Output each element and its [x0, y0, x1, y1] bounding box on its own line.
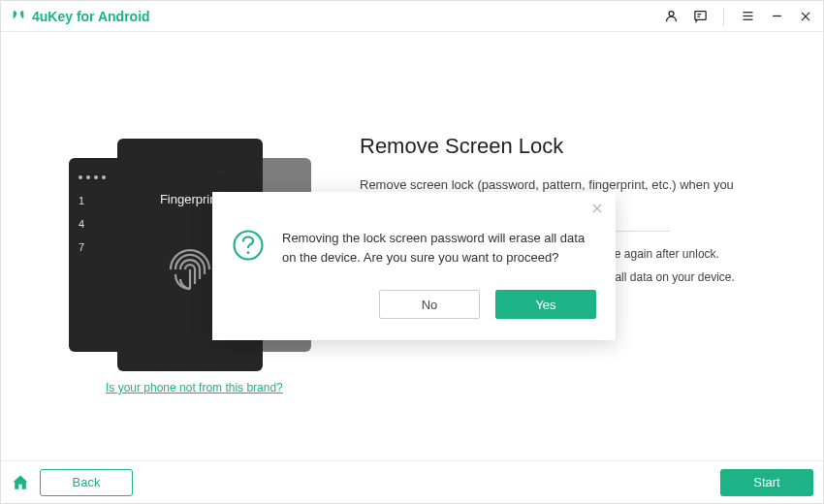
titlebar-right [663, 8, 813, 25]
pin-dots [79, 175, 117, 179]
footer-left: Back [11, 469, 133, 496]
dialog-close-icon[interactable] [590, 202, 604, 219]
titlebar-left: 4uKey for Android [11, 9, 150, 24]
account-icon[interactable] [663, 9, 679, 24]
dialog-message: Removing the lock screen password will e… [282, 229, 596, 267]
main-content: 1 4 7 Fingerprint Remove Screen Lock Rem… [1, 32, 823, 460]
close-icon[interactable] [798, 9, 813, 24]
page-title: Remove Screen Lock [360, 134, 765, 159]
minimize-icon[interactable] [769, 9, 784, 24]
title-bar: 4uKey for Android [1, 1, 823, 32]
app-logo-icon [11, 9, 26, 24]
app-title: 4uKey for Android [32, 9, 150, 24]
start-button[interactable]: Start [720, 469, 813, 496]
yes-button[interactable]: Yes [495, 290, 596, 319]
dialog-buttons: No Yes [232, 290, 596, 319]
keypad-row: 4 [79, 212, 117, 236]
svg-point-11 [247, 251, 250, 254]
back-button[interactable]: Back [40, 469, 133, 496]
question-icon [232, 229, 265, 262]
other-brand-link[interactable]: Is your phone not from this brand? [106, 381, 283, 394]
feedback-icon[interactable] [692, 9, 708, 24]
keypad-row: 7 [79, 236, 117, 259]
confirm-dialog: Removing the lock screen password will e… [212, 192, 616, 340]
svg-rect-1 [694, 12, 705, 20]
keypad-row: 1 [79, 189, 117, 212]
menu-icon[interactable] [740, 9, 755, 24]
footer-bar: Back Start [1, 460, 823, 503]
titlebar-divider [723, 8, 724, 25]
fingerprint-icon [161, 236, 219, 303]
home-icon[interactable] [11, 473, 30, 492]
no-button[interactable]: No [379, 290, 480, 319]
svg-point-0 [669, 12, 674, 16]
fingerprint-label: Fingerprint [160, 192, 220, 206]
dialog-body: Removing the lock screen password will e… [232, 205, 596, 267]
